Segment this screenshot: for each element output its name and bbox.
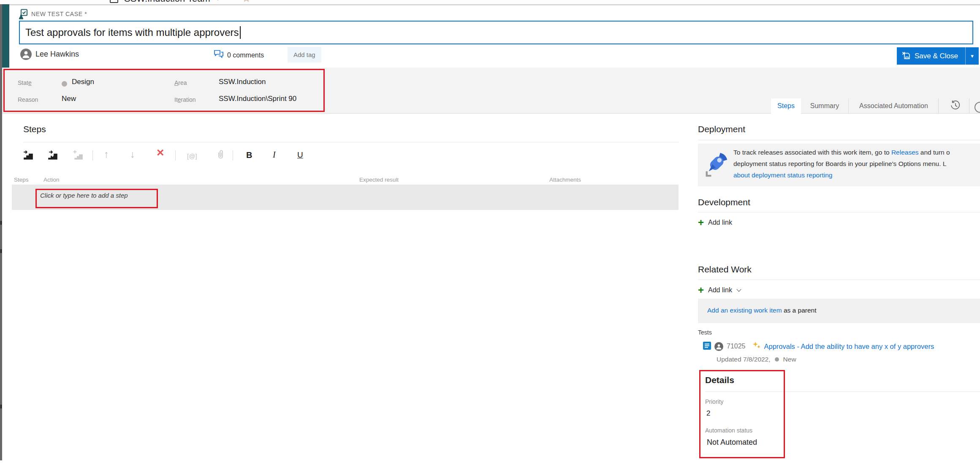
favorite-star-icon: ☆ xyxy=(242,0,251,4)
team-bar-shadow xyxy=(0,4,980,6)
avatar xyxy=(714,342,723,351)
tab-steps[interactable]: Steps xyxy=(771,98,801,114)
save-icon xyxy=(902,52,911,60)
sparkles-icon xyxy=(752,341,761,351)
add-parent-row: Add an existing work item as a parent xyxy=(698,299,980,323)
column-header-expected-result: Expected result xyxy=(359,177,399,183)
deployment-rule xyxy=(698,140,980,140)
comments-button[interactable]: 0 comments xyxy=(214,49,264,61)
history-icon xyxy=(950,100,961,112)
work-item-type-color-bar xyxy=(2,4,9,68)
team-name: SSW.Induction Team xyxy=(124,0,210,4)
background-page-fragment xyxy=(0,405,2,408)
chevron-down-icon xyxy=(215,0,220,0)
title-input[interactable]: Test approvals for items with multiple a… xyxy=(19,21,973,44)
automation-status-value[interactable]: Not Automated xyxy=(707,438,757,447)
add-existing-work-item-link[interactable]: Add an existing work item xyxy=(707,307,782,314)
development-add-link-button[interactable]: + Add link xyxy=(698,218,732,227)
add-step-placeholder: Click or type here to add a step xyxy=(40,192,128,199)
underline-button[interactable]: U xyxy=(297,150,303,160)
related-work-add-link-button[interactable]: + Add link xyxy=(698,286,741,295)
tab-divider xyxy=(938,98,939,113)
rocket-icon xyxy=(704,150,729,180)
deployment-status-reporting-link[interactable]: about deployment status reporting xyxy=(733,171,832,179)
background-team-bar: SSW.Induction Team ☆ º xyxy=(0,0,980,4)
test-state: New xyxy=(783,356,796,363)
state-label: State xyxy=(18,79,32,86)
deployment-text-line1: To track releases associated with this w… xyxy=(733,147,980,158)
deployment-text-line3: about deployment status reporting xyxy=(733,169,980,181)
steps-rule xyxy=(23,142,679,142)
area-label: Area xyxy=(174,79,187,86)
tab-divider xyxy=(969,98,969,113)
toolbar-divider xyxy=(92,150,93,160)
iteration-value[interactable]: SSW.Induction\Sprint 90 xyxy=(219,95,296,103)
automation-status-label: Automation status xyxy=(705,427,752,434)
column-header-attachments: Attachments xyxy=(549,177,581,183)
test-work-item-row: 71025 Approvals - Add the ability to hav… xyxy=(703,341,934,351)
area-value[interactable]: SSW.Induction xyxy=(219,78,266,86)
add-tag-button[interactable]: Add tag xyxy=(288,47,321,63)
plus-icon: + xyxy=(698,286,704,295)
work-item-id: 71025 xyxy=(727,343,746,350)
related-work-heading: Related Work xyxy=(698,264,752,275)
test-work-item-link[interactable]: Approvals - Add the ability to have any … xyxy=(764,343,934,351)
test-work-item-meta: Updated 7/8/2022, New xyxy=(717,356,796,363)
save-close-button[interactable]: Save & Close ▾ xyxy=(897,47,979,65)
delete-step-icon[interactable]: × xyxy=(157,145,164,160)
bold-button[interactable]: B xyxy=(246,150,252,160)
italic-button[interactable]: I xyxy=(273,150,276,160)
column-header-action: Action xyxy=(43,177,60,183)
comments-count: 0 comments xyxy=(227,52,264,59)
team-icon xyxy=(110,0,118,3)
updated-date: Updated 7/8/2022, xyxy=(717,356,771,363)
state-dot xyxy=(62,81,67,87)
column-header-steps: Steps xyxy=(14,177,29,183)
background-icon-fragment: º xyxy=(264,0,267,4)
add-link-label: Add link xyxy=(708,219,732,226)
background-page-fragment xyxy=(0,249,2,253)
new-test-case-dialog: { "colors": { "accent_blue": "#0c76d2", … xyxy=(0,0,980,476)
development-rule xyxy=(698,212,980,212)
plus-icon: + xyxy=(698,218,704,227)
move-step-down-icon[interactable]: ↓ xyxy=(130,148,135,160)
comments-icon xyxy=(214,49,224,61)
releases-link[interactable]: Releases xyxy=(891,149,919,156)
work-item-type-label: NEW TEST CASE * xyxy=(31,11,87,17)
iteration-label: Iteration xyxy=(174,96,196,103)
steps-heading: Steps xyxy=(23,124,46,134)
history-tab[interactable] xyxy=(943,100,967,112)
test-case-icon xyxy=(19,9,28,22)
chevron-down-icon xyxy=(736,287,741,291)
as-a-parent-text: as a parent xyxy=(782,307,817,314)
avatar xyxy=(20,49,32,60)
details-rule xyxy=(705,392,980,392)
reason-value[interactable]: New xyxy=(62,95,76,103)
development-heading: Development xyxy=(698,197,750,207)
create-shared-steps-icon[interactable] xyxy=(73,150,84,162)
insert-parameter-icon[interactable]: [@] xyxy=(187,152,197,160)
attachment-icon[interactable] xyxy=(216,149,225,162)
move-step-up-icon[interactable]: ↑ xyxy=(104,148,109,160)
insert-shared-steps-icon[interactable] xyxy=(47,150,58,162)
background-page-fragment xyxy=(0,221,2,225)
text-cursor xyxy=(240,26,241,39)
priority-label: Priority xyxy=(705,398,724,405)
assignee-field[interactable]: Lee Hawkins xyxy=(20,49,79,60)
state-value[interactable]: Design xyxy=(72,78,94,86)
save-close-label: Save & Close xyxy=(915,52,965,60)
priority-value[interactable]: 2 xyxy=(706,409,710,418)
add-link-label: Add link xyxy=(708,286,732,294)
deployment-info-box: To track releases associated with this w… xyxy=(698,144,980,186)
tab-associated-automation[interactable]: Associated Automation xyxy=(848,98,939,113)
tab-summary[interactable]: Summary xyxy=(801,98,848,113)
add-step-row[interactable]: Click or type here to add a step xyxy=(12,185,679,210)
state-dot xyxy=(775,357,779,362)
toolbar-divider xyxy=(175,150,176,160)
deployment-heading: Deployment xyxy=(698,124,745,134)
reason-label: Reason xyxy=(18,96,38,103)
insert-step-icon[interactable] xyxy=(23,150,34,162)
assignee-name: Lee Hawkins xyxy=(35,50,79,59)
save-options-dropdown[interactable]: ▾ xyxy=(966,53,979,59)
related-work-rule xyxy=(698,280,980,280)
